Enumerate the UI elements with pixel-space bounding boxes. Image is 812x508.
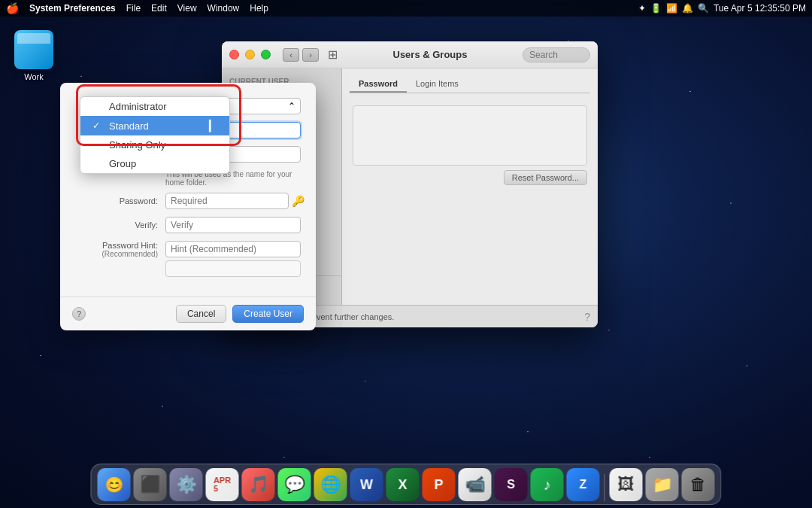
hint-extra-field[interactable] — [165, 260, 301, 277]
music-icon: 🎵 — [248, 475, 268, 494]
maximize-button[interactable] — [261, 50, 271, 59]
view-menu[interactable]: View — [177, 3, 197, 14]
zoom-icon: Z — [580, 478, 587, 491]
slack-icon: S — [507, 478, 515, 491]
battery-icon: 🔋 — [650, 3, 662, 14]
word-icon: W — [360, 477, 373, 493]
file-menu[interactable]: File — [126, 3, 141, 14]
notification-icon: 🔔 — [682, 3, 693, 14]
password-input[interactable] — [165, 193, 289, 209]
dock-item-finder2[interactable]: 📁 — [646, 468, 679, 501]
apple-menu[interactable]: 🍎 — [6, 2, 19, 14]
back-button[interactable]: ‹ — [283, 48, 299, 62]
dock-item-finder[interactable]: 😊 — [98, 468, 131, 501]
dropdown-item-group[interactable]: Group — [80, 154, 229, 173]
dock-item-word[interactable]: W — [350, 468, 383, 501]
dropdown-arrow-icon: ⌃ — [288, 101, 295, 111]
dock-item-ppt[interactable]: P — [423, 468, 456, 501]
calendar-icon: APR5 — [214, 476, 231, 493]
dock-item-sysref[interactable]: ⚙️ — [170, 468, 203, 501]
dock: 😊 ⬛ ⚙️ APR5 🎵 💬 🌐 W X P 📹 — [91, 464, 722, 505]
preview-icon: 🖼 — [618, 475, 635, 494]
desktop-icon-label: Work — [24, 72, 43, 81]
dock-item-chrome[interactable]: 🌐 — [314, 468, 347, 501]
password-button-area: Reset Password... — [353, 170, 587, 185]
facetime-icon: 📹 — [465, 475, 485, 494]
reset-password-button[interactable]: Reset Password... — [504, 170, 587, 185]
forward-button[interactable]: › — [302, 48, 319, 62]
dock-item-excel[interactable]: X — [386, 468, 420, 501]
desktop: 🍎 System Preferences File Edit View Wind… — [0, 0, 812, 508]
dock-divider — [604, 474, 605, 501]
hint-label: Password Hint: — [75, 241, 158, 250]
create-user-button[interactable]: Create User — [232, 305, 304, 323]
hint-label-wrap: Password Hint: (Recommended) — [75, 241, 165, 258]
menubar-left: 🍎 System Preferences File Edit View Wind… — [6, 2, 268, 14]
dropbox-icon: ✦ — [638, 3, 646, 14]
dock-item-music[interactable]: 🎵 — [242, 468, 275, 501]
dropdown-label-administrator: Administrator — [109, 101, 167, 112]
dropdown-label-standard: Standard — [109, 120, 149, 132]
tab-password[interactable]: Password — [350, 76, 407, 93]
cursor-indicator: ▎ — [209, 120, 217, 132]
dropdown-label-group: Group — [109, 158, 136, 169]
content-placeholder — [353, 105, 587, 166]
dock-item-launchpad[interactable]: ⬛ — [134, 468, 167, 501]
window-menu[interactable]: Window — [208, 3, 240, 14]
finder-icon: 😊 — [105, 476, 123, 494]
dock-item-spotify[interactable]: ♪ — [531, 468, 564, 501]
verify-row: Verify: — [75, 217, 301, 233]
tab-bar: Password Login Items — [350, 76, 590, 93]
spotify-icon: ♪ — [544, 476, 551, 494]
menubar: 🍎 System Preferences File Edit View Wind… — [0, 0, 812, 17]
minimize-button[interactable] — [245, 50, 255, 59]
verify-input[interactable] — [165, 217, 301, 233]
help-icon[interactable]: ? — [584, 311, 590, 323]
dock-item-facetime[interactable]: 📹 — [459, 468, 492, 501]
checkmark-standard: ✓ — [92, 120, 103, 131]
app-name-menu[interactable]: System Preferences — [29, 3, 116, 14]
dock-item-calendar[interactable]: APR5 — [206, 468, 239, 501]
desktop-icon-work[interactable]: Work — [8, 30, 60, 81]
ppt-icon: P — [434, 477, 443, 493]
dropdown-item-sharing-only[interactable]: Sharing Only — [80, 135, 229, 154]
dialog-buttons: ? Cancel Create User — [60, 297, 316, 330]
dock-item-preview[interactable]: 🖼 — [610, 468, 643, 501]
menubar-right: ✦ 🔋 📶 🔔 🔍 Tue Apr 5 12:35:50 PM — [638, 3, 806, 14]
main-content: Password Login Items Reset Password... 🔒… — [342, 68, 598, 327]
folder-icon — [14, 30, 53, 69]
grid-button[interactable]: ⊞ — [328, 47, 338, 62]
search-input[interactable] — [523, 47, 590, 62]
password-row: Password: 🔑 — [75, 193, 301, 209]
help-menu[interactable]: Help — [250, 3, 268, 14]
hint-input[interactable] — [165, 241, 301, 257]
wifi-icon: 📶 — [666, 3, 677, 14]
window-title: Users & Groups — [344, 49, 517, 60]
dropdown-item-administrator[interactable]: Administrator — [80, 97, 229, 116]
tab-login-items[interactable]: Login Items — [407, 76, 468, 93]
close-button[interactable] — [229, 50, 239, 59]
cancel-button[interactable]: Cancel — [176, 305, 226, 323]
dock-item-slack[interactable]: S — [495, 468, 528, 501]
search-icon[interactable]: 🔍 — [698, 3, 709, 14]
titlebar: ‹ › ⊞ Users & Groups — [222, 41, 598, 68]
chrome-icon: 🌐 — [320, 475, 341, 494]
dropdown-menu: Administrator ✓ Standard ▎ Sharing Only … — [80, 96, 230, 174]
hint-sublabel: (Recommended) — [75, 250, 158, 258]
dock-item-messages[interactable]: 💬 — [278, 468, 311, 501]
dialog-help-button[interactable]: ? — [72, 307, 86, 321]
nav-buttons: ‹ › — [283, 48, 319, 62]
dropdown-label-sharing-only: Sharing Only — [109, 139, 165, 151]
dropdown-item-standard[interactable]: ✓ Standard ▎ — [80, 116, 229, 135]
clock: Tue Apr 5 12:35:50 PM — [714, 3, 806, 14]
dock-item-zoom[interactable]: Z — [567, 468, 600, 501]
messages-icon: 💬 — [284, 475, 304, 494]
edit-menu[interactable]: Edit — [151, 3, 167, 14]
trash-icon: 🗑 — [690, 475, 707, 494]
content-area: Reset Password... — [350, 102, 590, 188]
key-icon[interactable]: 🔑 — [292, 195, 304, 207]
hint-row: Password Hint: (Recommended) — [75, 241, 301, 277]
password-input-wrap: 🔑 — [165, 193, 304, 209]
syspref-icon: ⚙️ — [176, 475, 196, 494]
dock-item-trash[interactable]: 🗑 — [682, 468, 715, 501]
